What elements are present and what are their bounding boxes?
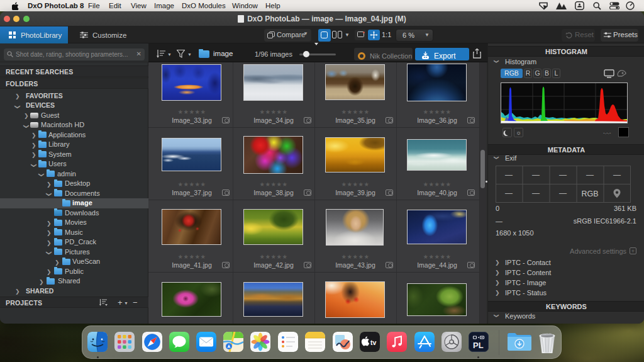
svg-text:—: — <box>505 189 513 198</box>
svg-text:—: — <box>559 171 567 179</box>
svg-text:RGB: RGB <box>581 189 598 198</box>
svg-text:—: — <box>586 171 594 179</box>
svg-text:—: — <box>559 189 567 198</box>
svg-text:—: — <box>613 171 621 179</box>
svg-text:—: — <box>532 189 540 198</box>
svg-text:—: — <box>505 171 513 179</box>
svg-text:PL: PL <box>473 341 484 350</box>
svg-text:tv: tv <box>370 339 376 346</box>
svg-text:—: — <box>532 171 540 179</box>
